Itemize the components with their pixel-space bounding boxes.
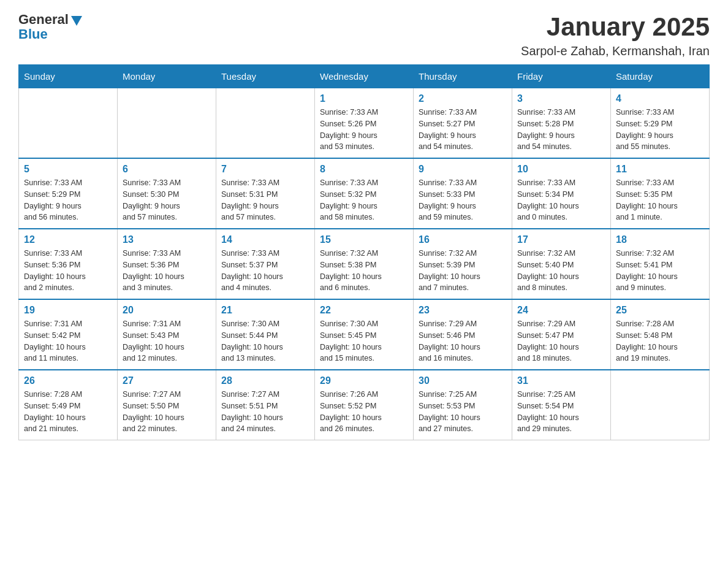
day-info: Sunrise: 7:26 AMSunset: 5:52 PMDaylight:…: [320, 389, 408, 435]
table-row: [19, 88, 118, 159]
calendar-week-row: 26Sunrise: 7:28 AMSunset: 5:49 PMDayligh…: [19, 370, 710, 440]
col-header-saturday: Saturday: [611, 65, 710, 88]
day-number: 9: [419, 164, 507, 175]
day-number: 31: [517, 375, 605, 386]
calendar-week-row: 1Sunrise: 7:33 AMSunset: 5:26 PMDaylight…: [19, 88, 710, 159]
day-info: Sunrise: 7:33 AMSunset: 5:31 PMDaylight:…: [221, 177, 309, 223]
day-info: Sunrise: 7:33 AMSunset: 5:27 PMDaylight:…: [419, 107, 507, 153]
day-number: 4: [616, 93, 704, 104]
table-row: 21Sunrise: 7:30 AMSunset: 5:44 PMDayligh…: [216, 299, 315, 370]
day-info: Sunrise: 7:33 AMSunset: 5:36 PMDaylight:…: [24, 248, 112, 294]
day-info: Sunrise: 7:27 AMSunset: 5:50 PMDaylight:…: [123, 389, 211, 435]
table-row: 16Sunrise: 7:32 AMSunset: 5:39 PMDayligh…: [414, 229, 512, 299]
table-row: 31Sunrise: 7:25 AMSunset: 5:54 PMDayligh…: [512, 370, 611, 440]
table-row: 4Sunrise: 7:33 AMSunset: 5:29 PMDaylight…: [611, 88, 710, 159]
day-number: 29: [320, 375, 408, 386]
table-row: 23Sunrise: 7:29 AMSunset: 5:46 PMDayligh…: [414, 299, 512, 370]
day-info: Sunrise: 7:27 AMSunset: 5:51 PMDaylight:…: [221, 389, 309, 435]
table-row: 5Sunrise: 7:33 AMSunset: 5:29 PMDaylight…: [19, 158, 118, 229]
page-header: General Blue January 2025 Sarpol-e Zahab…: [18, 12, 710, 58]
day-info: Sunrise: 7:33 AMSunset: 5:26 PMDaylight:…: [320, 107, 408, 153]
day-number: 18: [616, 234, 704, 245]
table-row: 15Sunrise: 7:32 AMSunset: 5:38 PMDayligh…: [315, 229, 414, 299]
day-number: 20: [123, 305, 211, 316]
day-number: 14: [221, 234, 309, 245]
day-info: Sunrise: 7:32 AMSunset: 5:38 PMDaylight:…: [320, 248, 408, 294]
table-row: 10Sunrise: 7:33 AMSunset: 5:34 PMDayligh…: [512, 158, 611, 229]
day-number: 16: [419, 234, 507, 245]
table-row: 27Sunrise: 7:27 AMSunset: 5:50 PMDayligh…: [118, 370, 216, 440]
day-info: Sunrise: 7:29 AMSunset: 5:46 PMDaylight:…: [419, 318, 507, 364]
day-info: Sunrise: 7:33 AMSunset: 5:29 PMDaylight:…: [616, 107, 704, 153]
day-info: Sunrise: 7:30 AMSunset: 5:44 PMDaylight:…: [221, 318, 309, 364]
svg-marker-0: [71, 16, 82, 26]
calendar-table: SundayMondayTuesdayWednesdayThursdayFrid…: [18, 64, 710, 440]
day-info: Sunrise: 7:30 AMSunset: 5:45 PMDaylight:…: [320, 318, 408, 364]
table-row: 8Sunrise: 7:33 AMSunset: 5:32 PMDaylight…: [315, 158, 414, 229]
day-info: Sunrise: 7:33 AMSunset: 5:29 PMDaylight:…: [24, 177, 112, 223]
table-row: 22Sunrise: 7:30 AMSunset: 5:45 PMDayligh…: [315, 299, 414, 370]
col-header-sunday: Sunday: [19, 65, 118, 88]
table-row: 26Sunrise: 7:28 AMSunset: 5:49 PMDayligh…: [19, 370, 118, 440]
table-row: 6Sunrise: 7:33 AMSunset: 5:30 PMDaylight…: [118, 158, 216, 229]
col-header-thursday: Thursday: [414, 65, 512, 88]
day-number: 2: [419, 93, 507, 104]
table-row: 30Sunrise: 7:25 AMSunset: 5:53 PMDayligh…: [414, 370, 512, 440]
day-number: 3: [517, 93, 605, 104]
day-number: 17: [517, 234, 605, 245]
table-row: 24Sunrise: 7:29 AMSunset: 5:47 PMDayligh…: [512, 299, 611, 370]
calendar-title: January 2025: [521, 12, 710, 42]
table-row: 20Sunrise: 7:31 AMSunset: 5:43 PMDayligh…: [118, 299, 216, 370]
calendar-week-row: 12Sunrise: 7:33 AMSunset: 5:36 PMDayligh…: [19, 229, 710, 299]
table-row: [118, 88, 216, 159]
day-info: Sunrise: 7:32 AMSunset: 5:41 PMDaylight:…: [616, 248, 704, 294]
day-number: 12: [24, 234, 112, 245]
day-number: 27: [123, 375, 211, 386]
day-info: Sunrise: 7:33 AMSunset: 5:28 PMDaylight:…: [517, 107, 605, 153]
calendar-week-row: 5Sunrise: 7:33 AMSunset: 5:29 PMDaylight…: [19, 158, 710, 229]
day-info: Sunrise: 7:33 AMSunset: 5:33 PMDaylight:…: [419, 177, 507, 223]
day-number: 30: [419, 375, 507, 386]
table-row: 12Sunrise: 7:33 AMSunset: 5:36 PMDayligh…: [19, 229, 118, 299]
day-info: Sunrise: 7:32 AMSunset: 5:39 PMDaylight:…: [419, 248, 507, 294]
day-info: Sunrise: 7:33 AMSunset: 5:34 PMDaylight:…: [517, 177, 605, 223]
logo-general-text: General: [18, 12, 69, 27]
table-row: [611, 370, 710, 440]
day-number: 11: [616, 164, 704, 175]
day-number: 22: [320, 305, 408, 316]
table-row: 1Sunrise: 7:33 AMSunset: 5:26 PMDaylight…: [315, 88, 414, 159]
day-number: 26: [24, 375, 112, 386]
col-header-tuesday: Tuesday: [216, 65, 315, 88]
day-info: Sunrise: 7:28 AMSunset: 5:49 PMDaylight:…: [24, 389, 112, 435]
col-header-friday: Friday: [512, 65, 611, 88]
table-row: 28Sunrise: 7:27 AMSunset: 5:51 PMDayligh…: [216, 370, 315, 440]
day-number: 10: [517, 164, 605, 175]
day-info: Sunrise: 7:33 AMSunset: 5:30 PMDaylight:…: [123, 177, 211, 223]
calendar-header-row: SundayMondayTuesdayWednesdayThursdayFrid…: [19, 65, 710, 88]
day-info: Sunrise: 7:29 AMSunset: 5:47 PMDaylight:…: [517, 318, 605, 364]
title-section: January 2025 Sarpol-e Zahab, Kermanshah,…: [521, 12, 710, 58]
day-number: 15: [320, 234, 408, 245]
day-number: 19: [24, 305, 112, 316]
day-number: 6: [123, 164, 211, 175]
day-info: Sunrise: 7:32 AMSunset: 5:40 PMDaylight:…: [517, 248, 605, 294]
table-row: 11Sunrise: 7:33 AMSunset: 5:35 PMDayligh…: [611, 158, 710, 229]
day-number: 21: [221, 305, 309, 316]
logo: General Blue: [18, 12, 83, 42]
day-number: 8: [320, 164, 408, 175]
day-number: 25: [616, 305, 704, 316]
table-row: 29Sunrise: 7:26 AMSunset: 5:52 PMDayligh…: [315, 370, 414, 440]
day-info: Sunrise: 7:31 AMSunset: 5:43 PMDaylight:…: [123, 318, 211, 364]
day-number: 28: [221, 375, 309, 386]
table-row: 17Sunrise: 7:32 AMSunset: 5:40 PMDayligh…: [512, 229, 611, 299]
table-row: 7Sunrise: 7:33 AMSunset: 5:31 PMDaylight…: [216, 158, 315, 229]
logo-triangle-icon: [70, 13, 83, 27]
col-header-monday: Monday: [118, 65, 216, 88]
table-row: 9Sunrise: 7:33 AMSunset: 5:33 PMDaylight…: [414, 158, 512, 229]
table-row: 2Sunrise: 7:33 AMSunset: 5:27 PMDaylight…: [414, 88, 512, 159]
col-header-wednesday: Wednesday: [315, 65, 414, 88]
table-row: 25Sunrise: 7:28 AMSunset: 5:48 PMDayligh…: [611, 299, 710, 370]
day-info: Sunrise: 7:33 AMSunset: 5:32 PMDaylight:…: [320, 177, 408, 223]
day-info: Sunrise: 7:25 AMSunset: 5:54 PMDaylight:…: [517, 389, 605, 435]
table-row: 3Sunrise: 7:33 AMSunset: 5:28 PMDaylight…: [512, 88, 611, 159]
